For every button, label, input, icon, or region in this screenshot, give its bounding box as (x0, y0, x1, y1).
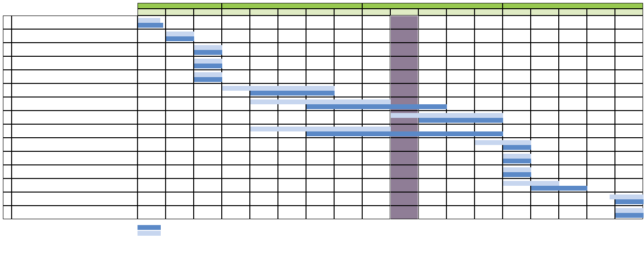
gantt-cell (615, 138, 643, 151)
gantt-cell (559, 56, 587, 70)
week-header-cell (334, 9, 362, 16)
row-id-cell (3, 206, 12, 219)
gantt-cell (390, 151, 418, 165)
gantt-cell (306, 56, 334, 70)
gantt-cell (418, 165, 446, 178)
gantt-cell (531, 29, 559, 43)
gantt-cell (278, 151, 306, 165)
gantt-cell (250, 138, 278, 151)
gantt-cell (362, 192, 390, 206)
gantt-cell (334, 43, 362, 56)
gantt-cell (166, 29, 194, 43)
gantt-cell (559, 70, 587, 83)
gantt-cell (334, 192, 362, 206)
gantt-cell (306, 206, 334, 219)
gantt-cell (418, 29, 446, 43)
gantt-cell (250, 97, 278, 111)
bar-planned (615, 208, 644, 213)
gantt-cell (250, 124, 278, 138)
week-header-cell (222, 9, 250, 16)
gantt-cell (138, 56, 166, 70)
gantt-cell (503, 70, 531, 83)
gantt-cell (531, 83, 559, 97)
gantt-cell (250, 70, 278, 83)
gantt-cell (222, 192, 250, 206)
gantt-cell (166, 178, 194, 192)
gantt-cell (475, 97, 503, 111)
row-name-cell (12, 111, 138, 124)
gantt-cell (166, 111, 194, 124)
week-header-cell (615, 9, 643, 16)
gantt-cell (306, 178, 334, 192)
gantt-cell (362, 178, 390, 192)
row-name-cell (12, 192, 138, 206)
gantt-cell (531, 165, 559, 178)
gantt-cell (222, 111, 250, 124)
gantt-cell (475, 43, 503, 56)
gantt-cell (390, 56, 418, 70)
gantt-cell (446, 192, 475, 206)
bar-planned (194, 45, 222, 50)
bar-actual (307, 104, 447, 109)
gantt-row (3, 83, 641, 97)
gantt-cell (446, 138, 475, 151)
gantt-cell (559, 43, 587, 56)
gantt-cell (615, 70, 643, 83)
gantt-cell (475, 178, 503, 192)
row-id-cell (3, 111, 12, 124)
gantt-cell (446, 43, 475, 56)
gantt-cell (138, 70, 166, 83)
gantt-cell (138, 43, 166, 56)
gantt-cell (503, 151, 531, 165)
gantt-cell (334, 70, 362, 83)
gantt-cell (250, 111, 278, 124)
gantt-cell (166, 83, 194, 97)
gantt-cell (446, 16, 475, 29)
month-header-cell (138, 3, 222, 9)
gantt-cell (278, 111, 306, 124)
gantt-cell (531, 43, 559, 56)
row-name-cell (12, 56, 138, 70)
gantt-cell (334, 178, 362, 192)
gantt-cell (587, 151, 615, 165)
week-header-cell (531, 9, 559, 16)
bar-planned (610, 194, 644, 199)
gantt-chart (3, 3, 641, 219)
gantt-cell (194, 111, 222, 124)
gantt-cell (503, 29, 531, 43)
gantt-cell (531, 138, 559, 151)
bar-planned (503, 181, 559, 186)
gantt-cell (306, 165, 334, 178)
gantt-cell (475, 165, 503, 178)
gantt-cell (531, 97, 559, 111)
row-id-cell (3, 165, 12, 178)
gantt-cell (587, 56, 615, 70)
month-header-row (3, 3, 641, 9)
gantt-cell (615, 97, 643, 111)
row-name-cell (12, 70, 138, 83)
gantt-row (3, 138, 641, 151)
gantt-cell (503, 43, 531, 56)
gantt-cell (390, 165, 418, 178)
gantt-cell (166, 16, 194, 29)
gantt-cell (503, 206, 531, 219)
gantt-cell (615, 83, 643, 97)
gantt-cell (362, 29, 390, 43)
gantt-cell (278, 16, 306, 29)
gantt-cell (559, 83, 587, 97)
bar-actual (307, 131, 503, 136)
gantt-cell (334, 165, 362, 178)
bar-actual (194, 77, 222, 82)
gantt-cell (194, 138, 222, 151)
gantt-cell (390, 83, 418, 97)
gantt-cell (250, 165, 278, 178)
gantt-cell (475, 138, 503, 151)
week-header-cell (278, 9, 306, 16)
gantt-cell (418, 206, 446, 219)
gantt-cell (615, 16, 643, 29)
gantt-cell (222, 151, 250, 165)
gantt-cell (475, 83, 503, 97)
gantt-cell (418, 178, 446, 192)
row-name-cell (12, 43, 138, 56)
gantt-cell (475, 16, 503, 29)
